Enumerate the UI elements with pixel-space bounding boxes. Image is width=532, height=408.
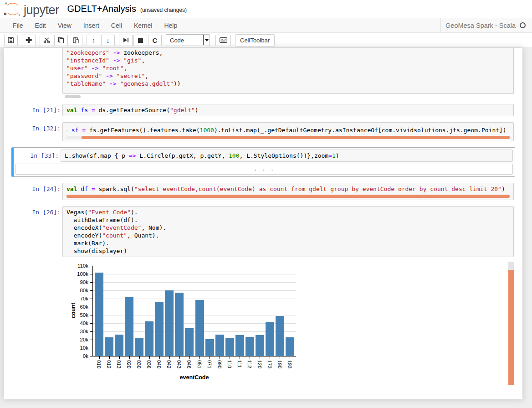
move-cell-up-button[interactable]: ↑ (87, 35, 100, 46)
cut-cell-button[interactable] (40, 35, 53, 46)
move-cell-down-button[interactable]: ↓ (101, 35, 115, 46)
x-tick (99, 356, 100, 359)
x-tick-label: 012 (106, 360, 112, 368)
kernel-name: GeoMesa Spark - Scala (445, 22, 516, 29)
horizontal-scrollbar-thumb[interactable] (82, 136, 510, 139)
copy-icon (58, 37, 64, 43)
y-tick-label: 20k (68, 337, 88, 342)
bar (205, 339, 214, 356)
x-tick (139, 356, 140, 359)
code-cell-32[interactable]: In [32]: l sf = fs.getFeatures().feature… (4, 122, 522, 141)
y-axis-title: count (70, 297, 77, 324)
code-cell-26[interactable]: In [26]: Vegas("Event Code"). withDataFr… (4, 206, 522, 257)
x-tick (189, 356, 190, 359)
gridline (93, 307, 296, 307)
collapsed-output[interactable]: . . . (15, 164, 513, 175)
x-tick-label: 051 (197, 360, 202, 368)
x-tick-label: 193 (287, 360, 292, 368)
bar (145, 321, 153, 356)
menu-item-file[interactable]: File (7, 18, 29, 32)
menu-item-edit[interactable]: Edit (29, 18, 52, 32)
code-cell-33-selected[interactable]: In [33]: L.show(sf.map { p => L.Circle(p… (11, 147, 515, 177)
horizontal-scrollbar-thumb[interactable] (66, 195, 510, 198)
input-prompt (15, 48, 62, 94)
notebook-container: "zookeepers" -> zookeepers,"instanceId" … (4, 48, 522, 399)
checkpoint-status: (unsaved changes) (140, 5, 187, 13)
output-prompt-spacer (15, 259, 62, 394)
kernel-idle-icon (520, 22, 526, 28)
x-tick-label: 071 (207, 360, 212, 368)
bar (165, 290, 174, 356)
y-tick-label: 0k (68, 353, 88, 359)
x-tick (220, 356, 220, 359)
y-tick-label: 100k (68, 271, 88, 277)
gridline (93, 315, 296, 315)
input-prompt: In [24]: (15, 183, 62, 200)
run-icon (123, 37, 129, 43)
code-editor[interactable]: val fs = ds.getFeatureSource("gdelt") (62, 104, 514, 116)
x-tick-label: 111 (237, 360, 242, 368)
x-tick-label: 190 (277, 360, 282, 368)
y-tick-label: 30k (68, 329, 88, 334)
menu-item-kernel[interactable]: Kernel (128, 18, 158, 32)
bar (175, 293, 184, 356)
x-tick-label: 030 (136, 360, 142, 368)
bar (95, 273, 103, 356)
horizontal-scrollbar[interactable] (66, 136, 510, 139)
horizontal-scrollbar-thumb[interactable] (65, 95, 81, 98)
code-editor[interactable]: Vegas("Event Code"). withDataFrame(df). … (62, 206, 514, 257)
code-editor[interactable]: "zookeepers" -> zookeepers,"instanceId" … (62, 48, 514, 94)
run-cell-button[interactable] (119, 35, 133, 46)
x-tick (280, 356, 280, 359)
jupyter-logo[interactable]: jupyter (4, 1, 59, 17)
output-area: 0k10k20k30k40k50k60k70k80k90k100k110k010… (4, 259, 522, 394)
paste-cell-button[interactable] (69, 35, 82, 46)
interrupt-kernel-button[interactable] (133, 35, 147, 46)
input-prompt: In [21]: (15, 104, 62, 116)
code-editor[interactable]: l sf = fs.getFeatures().features.take(10… (62, 122, 514, 141)
cell-type-value: Code (170, 37, 184, 44)
move-down-icon: ↓ (106, 37, 110, 44)
x-tick-label: 043 (176, 360, 182, 368)
menu-item-view[interactable]: View (52, 18, 77, 32)
x-tick-label: 040 (156, 360, 162, 368)
notebook-title[interactable]: GDELT+Analysis (67, 4, 136, 14)
y-tick-label: 80k (68, 288, 88, 293)
keyboard-icon (220, 37, 227, 43)
code-editor[interactable]: val df = spark.sql("select eventCode,cou… (62, 183, 514, 200)
restart-kernel-button[interactable]: C (148, 35, 162, 46)
menu-item-help[interactable]: Help (158, 18, 183, 32)
x-tick-label: 013 (116, 360, 122, 368)
vertical-scrollbar-track[interactable] (508, 262, 514, 270)
x-tick-label: 010 (96, 360, 102, 368)
celltoolbar-button[interactable]: CellToolbar (235, 34, 275, 46)
add-cell-button[interactable]: ✚ (22, 35, 36, 46)
horizontal-scrollbar[interactable] (66, 195, 510, 198)
x-tick (159, 356, 160, 359)
vertical-scrollbar-thumb[interactable] (508, 270, 514, 385)
x-tick (200, 356, 200, 359)
cut-icon (43, 37, 50, 43)
x-tick-label: 110 (227, 360, 232, 368)
menu-item-cell[interactable]: Cell (105, 18, 128, 32)
cell-type-dropdown[interactable]: Code (166, 34, 210, 46)
command-palette-button[interactable] (215, 35, 231, 46)
code-editor[interactable]: L.show(sf.map { p => L.Circle(p.getX, p.… (61, 150, 513, 162)
restart-icon: C (153, 37, 158, 44)
x-tick (270, 356, 270, 359)
x-tick (290, 356, 290, 359)
bar-chart: 0k10k20k30k40k50k60k70k80k90k100k110k010… (68, 262, 350, 381)
save-button[interactable] (4, 35, 18, 46)
bar (256, 335, 264, 356)
y-axis-line (92, 266, 93, 356)
x-tick-label: 173 (267, 360, 272, 368)
vertical-scrollbar[interactable] (508, 262, 514, 385)
code-cell-clipped[interactable]: "zookeepers" -> zookeepers,"instanceId" … (4, 48, 522, 94)
code-cell-24[interactable]: In [24]: val df = spark.sql("select even… (4, 183, 522, 200)
menu-bar: FileEditViewInsertCellKernelHelp GeoMesa… (0, 18, 532, 33)
x-tick-label: 020 (126, 360, 132, 368)
copy-cell-button[interactable] (54, 35, 68, 46)
add-cell-icon: ✚ (26, 36, 32, 44)
code-cell-21[interactable]: In [21]: val fs = ds.getFeatureSource("g… (4, 104, 522, 116)
menu-item-insert[interactable]: Insert (77, 18, 105, 32)
